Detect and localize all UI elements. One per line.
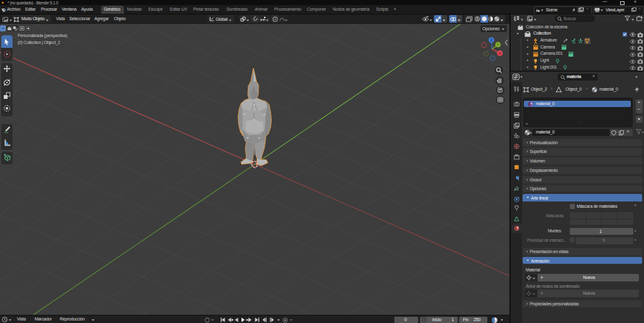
svg-text:Z: Z	[490, 38, 492, 42]
svg-text:Y: Y	[497, 43, 499, 47]
svg-text:X: X	[499, 52, 501, 55]
